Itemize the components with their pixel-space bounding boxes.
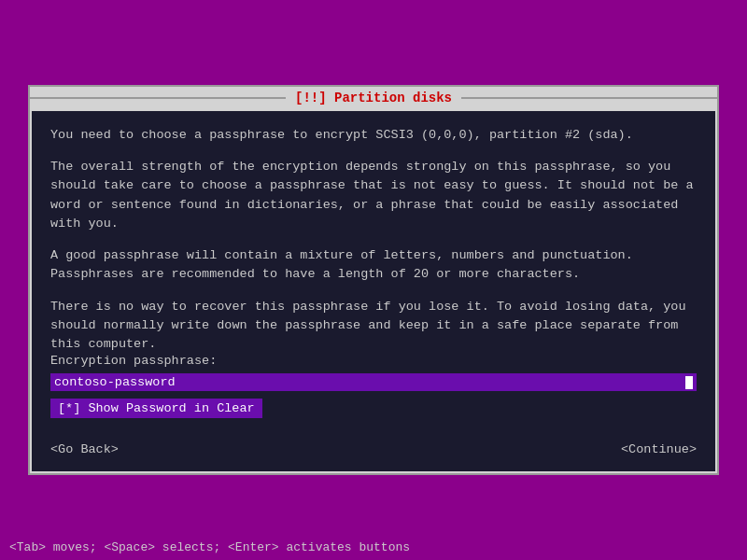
paragraph-4: There is no way to recover this passphra…	[50, 298, 697, 355]
bottom-bar-text: <Tab> moves; <Space> selects; <Enter> ac…	[9, 540, 410, 554]
buttons-row: <Go Back> <Continue>	[50, 442, 697, 456]
dialog-content: You need to choose a passphrase to encry…	[32, 111, 715, 472]
passphrase-cursor	[685, 376, 693, 389]
dialog-title-bar: [!!] Partition disks	[30, 87, 717, 109]
continue-button[interactable]: <Continue>	[621, 442, 697, 456]
go-back-button[interactable]: <Go Back>	[50, 442, 119, 456]
passphrase-input-wrapper[interactable]: contoso-password	[50, 373, 697, 391]
paragraph-2: The overall strength of the encryption d…	[50, 158, 697, 233]
bottom-bar: <Tab> moves; <Space> selects; <Enter> ac…	[0, 535, 747, 560]
passphrase-value: contoso-password	[54, 375, 685, 389]
passphrase-label: Encryption passphrase:	[50, 354, 697, 368]
dialog-title: [!!] Partition disks	[286, 91, 461, 105]
show-password-button[interactable]: [*] Show Password in Clear	[50, 399, 262, 418]
main-dialog: [!!] Partition disks You need to choose …	[28, 85, 719, 476]
paragraph-1: You need to choose a passphrase to encry…	[50, 126, 697, 145]
paragraph-3: A good passphrase will contain a mixture…	[50, 246, 697, 285]
